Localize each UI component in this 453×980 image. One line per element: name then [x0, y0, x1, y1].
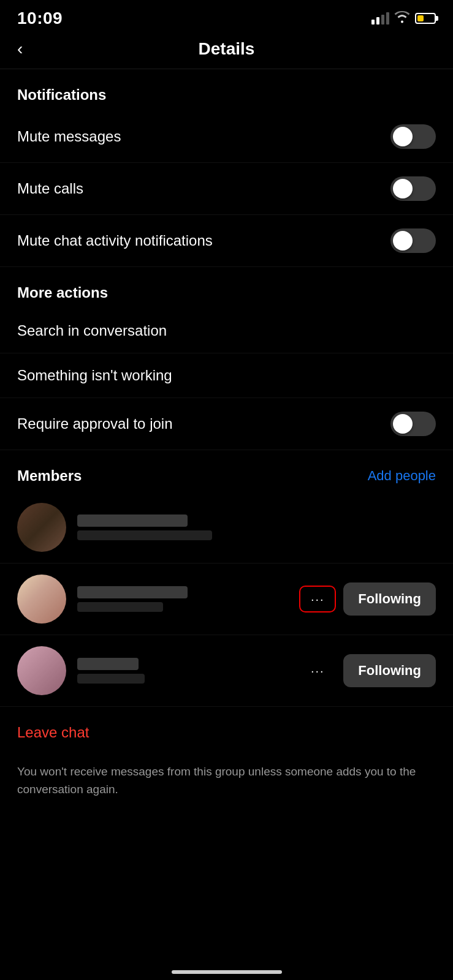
member-avatar-3 [17, 646, 66, 695]
toggle-knob [393, 414, 413, 434]
mute-messages-toggle[interactable] [390, 124, 436, 149]
member-info-2 [77, 586, 288, 612]
status-icons [371, 11, 436, 26]
mute-chat-activity-toggle[interactable] [390, 228, 436, 253]
member-row-3: ··· Following [0, 635, 453, 707]
leave-chat-label: Leave chat [17, 724, 89, 741]
status-time: 10:09 [17, 9, 63, 28]
footer-note: You won't receive messages from this gro… [0, 758, 453, 815]
more-options-button-3[interactable]: ··· [299, 657, 336, 684]
member-actions-3: ··· Following [299, 654, 436, 687]
member-subtitle-2 [77, 602, 163, 612]
following-button-2[interactable]: Following [343, 582, 436, 616]
mute-chat-activity-row[interactable]: Mute chat activity notifications [0, 215, 453, 267]
status-bar: 10:09 [0, 0, 453, 33]
toggle-knob [393, 127, 413, 146]
mute-calls-row[interactable]: Mute calls [0, 163, 453, 215]
member-avatar-1 [17, 503, 66, 552]
members-header: Members Add people [0, 450, 453, 492]
toggle-knob [393, 179, 413, 198]
require-approval-toggle[interactable] [390, 412, 436, 436]
something-isnt-working-row[interactable]: Something isn't working [0, 353, 453, 398]
member-row-2: ··· Following [0, 564, 453, 635]
member-name-3 [77, 658, 139, 670]
mute-chat-activity-label: Mute chat activity notifications [17, 232, 213, 249]
page-header: ‹ Details [0, 33, 453, 69]
wifi-icon [394, 11, 410, 26]
following-button-3[interactable]: Following [343, 654, 436, 687]
member-info-1 [77, 514, 436, 540]
battery-fill [417, 15, 424, 21]
more-options-button-2[interactable]: ··· [299, 586, 336, 612]
member-subtitle-3 [77, 674, 145, 684]
search-in-conversation-label: Search in conversation [17, 322, 167, 339]
mute-messages-label: Mute messages [17, 128, 121, 145]
member-actions-2: ··· Following [299, 582, 436, 616]
member-name-2 [77, 586, 188, 598]
signal-icon [371, 12, 389, 24]
member-subtitle-1 [77, 530, 212, 540]
home-indicator [172, 970, 282, 974]
something-isnt-working-label: Something isn't working [17, 367, 172, 384]
require-approval-label: Require approval to join [17, 415, 173, 432]
member-info-3 [77, 658, 288, 684]
members-section-title: Members [17, 467, 82, 484]
leave-chat-row[interactable]: Leave chat [0, 707, 453, 758]
member-avatar-2 [17, 575, 66, 624]
mute-messages-row[interactable]: Mute messages [0, 111, 453, 163]
more-actions-section-header: More actions [0, 267, 453, 309]
search-in-conversation-row[interactable]: Search in conversation [0, 309, 453, 353]
battery-icon [415, 13, 436, 24]
toggle-knob [393, 231, 413, 251]
page-title: Details [199, 39, 255, 59]
mute-calls-label: Mute calls [17, 180, 83, 197]
member-row-1 [0, 492, 453, 564]
require-approval-row[interactable]: Require approval to join [0, 398, 453, 450]
notifications-section-header: Notifications [0, 69, 453, 111]
mute-calls-toggle[interactable] [390, 176, 436, 201]
member-name-1 [77, 514, 188, 527]
content: Notifications Mute messages Mute calls M… [0, 69, 453, 815]
add-people-button[interactable]: Add people [368, 468, 436, 484]
back-button[interactable]: ‹ [12, 37, 28, 61]
